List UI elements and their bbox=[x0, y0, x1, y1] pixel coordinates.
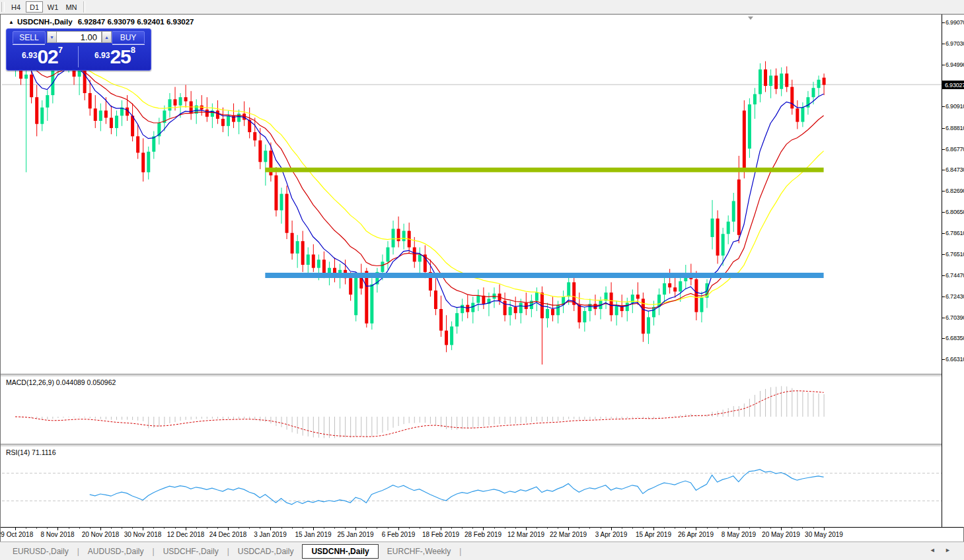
date-label: 28 Feb 2019 bbox=[464, 531, 501, 538]
sell-price-prefix: 6.93 bbox=[22, 51, 37, 60]
macd-histogram bbox=[16, 386, 825, 438]
date-minor-tick bbox=[802, 528, 803, 529]
price-tick bbox=[942, 359, 945, 360]
buy-price-big: 25 bbox=[110, 46, 130, 67]
date-minor-tick bbox=[675, 528, 675, 529]
timeframe-button-w1[interactable]: W1 bbox=[44, 1, 61, 13]
date-tick bbox=[483, 528, 484, 530]
price-tick bbox=[942, 44, 945, 44]
date-tick bbox=[611, 528, 612, 530]
date-label: 30 Nov 2018 bbox=[124, 531, 162, 538]
date-label: 12 Dec 2018 bbox=[167, 531, 205, 538]
price-tick bbox=[942, 275, 945, 276]
date-minor-tick bbox=[175, 528, 176, 529]
date-label: 30 May 2019 bbox=[805, 531, 843, 538]
date-tick bbox=[15, 528, 16, 530]
date-minor-tick bbox=[345, 528, 346, 529]
date-minor-tick bbox=[36, 528, 37, 529]
price-axis[interactable]: 6.93027 6.990706.970306.949906.909106.88… bbox=[942, 15, 964, 527]
date-minor-tick bbox=[430, 528, 431, 529]
sell-price-big: 02 bbox=[37, 46, 57, 67]
date-minor-tick bbox=[111, 528, 112, 529]
date-tick bbox=[186, 528, 186, 530]
date-minor-tick bbox=[643, 528, 644, 529]
toolbar-grip-handle[interactable] bbox=[1, 2, 5, 12]
date-minor-tick bbox=[770, 528, 771, 529]
price-tick-label: 6.66310 bbox=[945, 356, 964, 363]
date-minor-tick bbox=[622, 528, 622, 529]
date-tick bbox=[228, 528, 229, 530]
date-minor-tick bbox=[90, 528, 91, 529]
price-tick bbox=[942, 212, 945, 213]
one-click-trading-panel: SELL ▼ ▲ BUY 6.93027 6.93258 bbox=[6, 28, 151, 71]
date-minor-tick bbox=[537, 528, 537, 529]
toolbar-separator bbox=[83, 1, 85, 13]
volume-input[interactable] bbox=[56, 31, 102, 43]
date-minor-tick bbox=[664, 528, 665, 529]
price-tick-label: 6.74470 bbox=[945, 272, 964, 279]
timeframe-button-d1[interactable]: D1 bbox=[26, 1, 43, 13]
chart-shift-marker-icon[interactable] bbox=[748, 17, 753, 20]
date-minor-tick bbox=[324, 528, 324, 529]
date-minor-tick bbox=[153, 528, 154, 529]
chart-tab-eurchf-weekly[interactable]: EURCHF-,Weekly bbox=[379, 544, 459, 559]
volume-decrease-button[interactable]: ▼ bbox=[47, 31, 57, 43]
current-price-badge: 6.93027 bbox=[942, 81, 964, 89]
price-tick-label: 6.80650 bbox=[945, 209, 964, 215]
date-tick bbox=[526, 528, 527, 530]
price-tick-label: 6.82690 bbox=[945, 188, 964, 194]
date-tick bbox=[57, 528, 58, 530]
date-minor-tick bbox=[366, 528, 367, 529]
date-minor-tick bbox=[388, 528, 389, 529]
date-tick bbox=[143, 528, 143, 530]
date-label: 29 Oct 2018 bbox=[0, 531, 33, 538]
date-label: 8 May 2019 bbox=[722, 531, 756, 538]
chart-tab-audusd-daily[interactable]: AUDUSD-,Daily bbox=[79, 544, 153, 559]
collapse-arrow-icon[interactable]: ▲ bbox=[9, 19, 14, 25]
macd-canvas[interactable] bbox=[2, 377, 942, 444]
date-minor-tick bbox=[685, 528, 686, 529]
date-tick bbox=[696, 528, 696, 530]
date-minor-tick bbox=[132, 528, 133, 529]
chart-tab-usdcad-daily[interactable]: USDCAD-,Daily bbox=[229, 544, 303, 559]
date-minor-tick bbox=[47, 528, 48, 529]
price-tick-label: 6.70390 bbox=[945, 314, 964, 321]
date-tick bbox=[781, 528, 782, 530]
date-minor-tick bbox=[217, 528, 218, 529]
date-axis[interactable]: 29 Oct 20188 Nov 201820 Nov 201830 Nov 2… bbox=[1, 527, 963, 542]
date-minor-tick bbox=[728, 528, 729, 529]
buy-button[interactable]: BUY bbox=[112, 31, 145, 44]
chart-tab-eurusd-daily[interactable]: EURUSD-,Daily bbox=[4, 544, 77, 559]
sell-button[interactable]: SELL bbox=[13, 31, 46, 44]
date-minor-tick bbox=[707, 528, 708, 529]
rsi-panel: RSI(14) 71.1116 10070300 bbox=[2, 447, 942, 526]
buy-price-display[interactable]: 6.93258 bbox=[79, 45, 151, 68]
timeframe-button-h4[interactable]: H4 bbox=[7, 1, 24, 13]
date-minor-tick bbox=[813, 528, 814, 529]
volume-increase-button[interactable]: ▲ bbox=[102, 31, 112, 43]
chart-tab-usdcnh-daily[interactable]: USDCNH-,Daily bbox=[302, 544, 378, 559]
date-minor-tick bbox=[69, 528, 69, 529]
date-minor-tick bbox=[632, 528, 633, 529]
date-label: 22 Mar 2019 bbox=[550, 531, 587, 538]
chart-tab-usdchf-daily[interactable]: USDCHF-,Daily bbox=[155, 544, 227, 559]
price-tick bbox=[942, 338, 945, 339]
tab-scroll-arrows[interactable]: ◄ ► bbox=[930, 547, 955, 553]
price-tick-label: 6.84730 bbox=[945, 166, 964, 173]
date-minor-tick bbox=[377, 528, 377, 529]
timeframe-button-mn[interactable]: MN bbox=[63, 1, 80, 13]
date-minor-tick bbox=[494, 528, 495, 529]
date-minor-tick bbox=[760, 528, 760, 529]
date-label: 20 Nov 2018 bbox=[82, 531, 120, 538]
sell-price-display[interactable]: 6.93027 bbox=[7, 45, 78, 68]
price-tick-label: 6.78610 bbox=[945, 230, 964, 236]
date-tick bbox=[441, 528, 441, 530]
date-minor-tick bbox=[79, 528, 80, 529]
price-tick bbox=[942, 297, 945, 297]
rsi-canvas[interactable] bbox=[2, 447, 942, 526]
price-tick bbox=[942, 170, 945, 170]
price-tick-label: 6.94990 bbox=[945, 61, 964, 68]
date-label: 18 Feb 2019 bbox=[422, 531, 459, 538]
macd-panel: MACD(12,26,9) 0.044089 0.050962 0.060342… bbox=[2, 377, 942, 444]
date-label: 8 Nov 2018 bbox=[40, 531, 74, 538]
